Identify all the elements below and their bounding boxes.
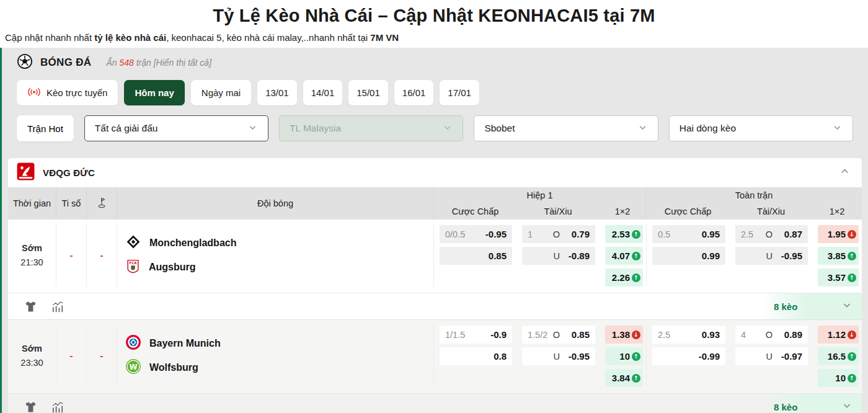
ft-handicap-home-odds[interactable]: 0.5 0.95 <box>652 225 725 243</box>
more-odds-button[interactable]: 8 kèo <box>761 394 862 413</box>
ft-handicap-away-odds[interactable]: 0.99 <box>652 247 725 265</box>
col-header-time: Thời gian <box>8 187 56 220</box>
col-header-overunder-h1: Tài/Xiu <box>516 203 600 220</box>
h1-handicap-away-odds[interactable]: 0.85 <box>440 247 512 265</box>
odds-format-dropdown[interactable]: TL Malaysia <box>279 115 463 141</box>
chevron-down-icon <box>247 122 258 135</box>
h1-under-odds[interactable]: U -0.95 <box>522 347 595 365</box>
more-odds-button[interactable]: 8 kèo <box>761 293 862 319</box>
filters-row: Trận Hot Tất cả giải đấu TL Malaysia Sbo… <box>2 105 868 141</box>
col-header-handicap-h1: Cược Chấp <box>434 203 516 220</box>
ft-handicap-away-odds[interactable]: -0.99 <box>652 347 725 365</box>
match-kickoff-time: 23:30 <box>20 358 43 368</box>
match-corner-cell: - <box>87 224 117 286</box>
ft-1x2-away[interactable]: 3.57 <box>818 269 859 286</box>
stats-icon[interactable] <box>51 300 65 314</box>
ft-over-odds[interactable]: 4 O 0.89 <box>735 326 808 344</box>
tab-date-17-01[interactable]: 17/01 <box>440 80 479 105</box>
ft-under-odds[interactable]: U -0.97 <box>735 347 808 365</box>
page-subtitle: Cập nhật nhanh nhất tỷ lệ kèo nhà cái, k… <box>0 26 868 48</box>
h1-1x2-home[interactable]: 1.38 <box>605 326 643 344</box>
more-odds-label: 8 kèo <box>774 301 797 312</box>
ft-handicap-home-odds[interactable]: 2.5 0.93 <box>652 326 725 344</box>
jersey-icon[interactable] <box>24 300 37 313</box>
hidden-matches-note[interactable]: Ẩn 548 trận [Hiển thị tất cả] <box>106 58 211 68</box>
line-count-dropdown[interactable]: Hai dòng kèo <box>669 115 853 141</box>
tab-tomorrow[interactable]: Ngày mai <box>191 80 251 105</box>
league-filter-dropdown[interactable]: Tất cả giải đấu <box>84 115 268 141</box>
h1-1x2-away[interactable]: 3.84 <box>605 369 643 387</box>
odds-value: 10 <box>835 373 846 383</box>
league-filter-value: Tất cả giải đấu <box>95 123 158 134</box>
odds-value: 4.07 <box>612 251 630 261</box>
ft-under-odds[interactable]: U -0.95 <box>735 247 808 265</box>
odds-value: 1.38 <box>612 329 630 340</box>
subtitle-text: Cập nhật nhanh nhất <box>5 32 94 43</box>
h1-handicap-home-odds[interactable]: 1/1.5 -0.9 <box>440 326 512 344</box>
under-mark: U <box>554 352 560 362</box>
ft-1x2-draw[interactable]: 3.85 <box>818 247 859 265</box>
away-team[interactable]: W Wolfsburg <box>125 358 433 377</box>
handicap-line: 0.5 <box>658 229 670 239</box>
away-team[interactable]: FCA Augsburg <box>125 258 433 277</box>
match-score-cell: - <box>56 324 87 387</box>
chevron-down-icon <box>637 122 648 135</box>
under-mark: U <box>554 251 560 261</box>
trend-arrow-icon <box>632 252 640 260</box>
total-line: 2.5 <box>741 229 753 239</box>
live-odds-tab[interactable]: Kèo trực tuyến <box>17 80 118 105</box>
h1-1x2-away[interactable]: 2.26 <box>605 269 643 286</box>
home-team[interactable]: Monchengladbach <box>125 234 433 252</box>
subtitle-bold-brand: 7M VN <box>370 32 399 43</box>
chevron-up-icon[interactable] <box>839 166 851 180</box>
trend-arrow-icon <box>848 331 856 339</box>
h1-1x2-draw[interactable]: 10 <box>605 347 643 365</box>
hot-matches-button[interactable]: Trận Hot <box>17 115 74 141</box>
score-value: - <box>69 350 73 362</box>
col-header-overunder-ft: Tài/Xiu <box>730 203 812 220</box>
home-team[interactable]: Bayern Munich <box>125 334 433 353</box>
h1-1x2-draw[interactable]: 4.07 <box>605 247 643 265</box>
tab-date-13-01[interactable]: 13/01 <box>257 80 297 105</box>
ft-1x2-home[interactable]: 1.12 <box>818 326 859 344</box>
ft-overunder-cell: 2.5 O 0.87 U -0.95 <box>730 224 812 286</box>
trend-arrow-icon <box>632 374 640 383</box>
ft-1x2-draw[interactable]: 16.5 <box>818 347 859 365</box>
odds-value: 0.93 <box>702 329 720 340</box>
bookmaker-dropdown[interactable]: Sbobet <box>474 115 658 141</box>
jersey-icon[interactable] <box>24 401 37 413</box>
trend-arrow-icon <box>632 273 640 282</box>
league-header[interactable]: VĐQG ĐỨC <box>8 158 862 187</box>
over-mark: O <box>553 330 560 340</box>
bundesliga-logo-icon <box>17 162 35 183</box>
away-team-name: Wolfsburg <box>149 362 198 373</box>
tab-date-15-01[interactable]: 15/01 <box>348 80 388 105</box>
odds-value: 0.85 <box>560 329 590 340</box>
tab-date-16-01[interactable]: 16/01 <box>394 80 434 105</box>
chevron-down-icon <box>442 122 453 135</box>
h1-over-odds[interactable]: 1 O 0.79 <box>522 225 595 243</box>
home-team-name: Bayern Munich <box>149 338 221 349</box>
chevron-down-icon <box>841 300 852 313</box>
h1-handicap-home-odds[interactable]: 0/0.5 -0.95 <box>440 225 512 243</box>
sport-header: BÓNG ĐÁ Ẩn 548 trận [Hiển thị tất cả] <box>2 48 868 78</box>
h1-overunder-cell: 1 O 0.79 U -0.89 <box>516 224 600 286</box>
h1-over-odds[interactable]: 1.5/2 O 0.85 <box>522 326 595 344</box>
league-name: VĐQG ĐỨC <box>43 167 95 178</box>
match-time-label: Sớm <box>22 344 42 353</box>
group-header-half1: Hiệp 1 <box>434 187 646 203</box>
tab-date-14-01[interactable]: 14/01 <box>303 80 343 105</box>
col-header-team: Đội bóng <box>117 187 434 220</box>
match-time: Sớm 23:30 <box>8 324 56 387</box>
odds-widget: BÓNG ĐÁ Ẩn 548 trận [Hiển thị tất cả] Kè… <box>0 48 868 413</box>
ft-1x2-away[interactable]: 10 <box>818 369 859 387</box>
live-signal-icon <box>27 87 41 99</box>
h1-handicap-away-odds[interactable]: 0.8 <box>440 347 512 365</box>
ft-over-odds[interactable]: 2.5 O 0.87 <box>735 225 808 243</box>
trend-arrow-icon <box>632 230 640 239</box>
h1-1x2-home[interactable]: 2.53 <box>605 225 643 243</box>
tab-today[interactable]: Hôm nay <box>124 80 184 105</box>
h1-under-odds[interactable]: U -0.89 <box>522 247 595 265</box>
stats-icon[interactable] <box>51 400 65 413</box>
ft-1x2-home[interactable]: 1.95 <box>818 225 859 243</box>
